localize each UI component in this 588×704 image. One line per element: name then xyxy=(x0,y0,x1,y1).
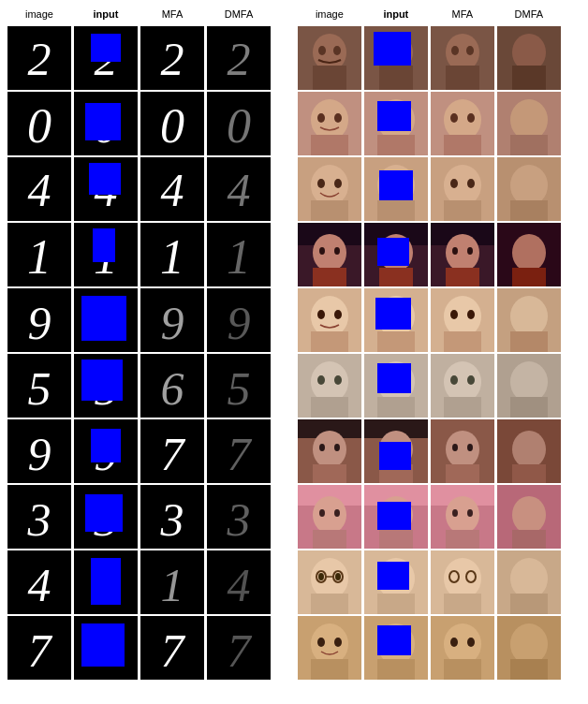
svg-text:7: 7 xyxy=(28,624,53,677)
blue-mask-0 xyxy=(91,34,121,62)
svg-text:2: 2 xyxy=(161,33,184,85)
svg-text:7: 7 xyxy=(228,624,253,677)
svg-rect-131 xyxy=(313,268,346,286)
svg-rect-182 xyxy=(313,464,346,483)
svg-point-107 xyxy=(450,113,458,123)
svg-rect-141 xyxy=(446,268,479,286)
svg-rect-210 xyxy=(446,530,479,549)
svg-point-212 xyxy=(467,509,473,517)
svg-text:9: 9 xyxy=(161,297,184,349)
face-row-8 xyxy=(298,550,581,614)
svg-text:3: 3 xyxy=(27,493,51,546)
face-input-1 xyxy=(364,92,428,155)
svg-text:5: 5 xyxy=(28,362,51,415)
svg-rect-250 xyxy=(510,659,548,680)
face-image-3 xyxy=(298,223,361,286)
svg-rect-90 xyxy=(446,66,479,90)
blue-mask-2 xyxy=(89,163,121,195)
face-mfa-6 xyxy=(431,419,494,483)
svg-text:2: 2 xyxy=(28,33,51,85)
svg-rect-146 xyxy=(512,268,546,286)
svg-point-108 xyxy=(467,113,475,123)
svg-point-236 xyxy=(311,623,348,665)
digit-input-1: 0 xyxy=(74,92,138,155)
svg-point-201 xyxy=(319,509,325,517)
digit-input-3: 1 xyxy=(74,223,138,286)
svg-rect-173 xyxy=(444,397,481,418)
svg-point-222 xyxy=(335,573,341,580)
face-image-1 xyxy=(298,92,361,155)
svg-text:1: 1 xyxy=(227,230,251,284)
svg-rect-162 xyxy=(510,331,548,352)
face-dmfa-7 xyxy=(497,485,561,549)
digit-mfa-8: 1 xyxy=(140,550,204,614)
svg-rect-215 xyxy=(512,530,546,549)
left-header-mfa: MFA xyxy=(140,8,204,20)
svg-point-99 xyxy=(317,113,325,123)
right-header-row: image input MFA DMFA xyxy=(298,4,581,24)
digit-dmfa-6: 7 xyxy=(207,419,271,483)
digit-input-7: 3 xyxy=(74,485,138,549)
face-input-7 xyxy=(364,485,428,549)
digit-input-4: 9 xyxy=(74,288,138,352)
face-input-2 xyxy=(364,157,428,221)
right-header-dmfa: DMFA xyxy=(497,8,561,20)
svg-text:1: 1 xyxy=(160,230,184,284)
digit-image-7: 3 xyxy=(7,485,71,549)
svg-text:2: 2 xyxy=(228,33,251,85)
blue-mask-3 xyxy=(93,228,115,262)
face-row-7 xyxy=(298,485,581,549)
svg-rect-103 xyxy=(377,135,415,155)
face-blue-mask-2 xyxy=(379,170,413,200)
svg-rect-106 xyxy=(444,135,481,155)
svg-rect-119 xyxy=(377,200,415,221)
svg-point-150 xyxy=(317,310,325,319)
svg-text:4: 4 xyxy=(161,164,184,216)
svg-point-105 xyxy=(444,99,481,140)
face-mfa-7 xyxy=(431,485,494,549)
svg-rect-122 xyxy=(444,200,481,221)
svg-rect-111 xyxy=(510,135,548,155)
svg-point-161 xyxy=(510,296,548,337)
blue-mask-7 xyxy=(85,494,123,532)
svg-point-110 xyxy=(510,99,548,140)
svg-point-91 xyxy=(451,46,459,55)
svg-point-249 xyxy=(510,623,548,665)
digit-input-0: 2 xyxy=(74,26,138,90)
svg-rect-95 xyxy=(512,66,546,90)
svg-text:0: 0 xyxy=(27,99,51,153)
svg-point-151 xyxy=(334,310,342,319)
svg-rect-114 xyxy=(311,200,348,221)
right-header-mfa: MFA xyxy=(431,8,494,20)
svg-text:0: 0 xyxy=(160,99,184,153)
svg-point-239 xyxy=(334,638,342,647)
digit-row-3: 1 1 1 1 xyxy=(7,223,290,286)
svg-rect-206 xyxy=(379,530,413,549)
face-image-7 xyxy=(298,485,361,549)
svg-rect-218 xyxy=(311,594,348,614)
face-mfa-9 xyxy=(431,616,494,680)
face-mfa-4 xyxy=(431,288,494,352)
face-row-5 xyxy=(298,354,581,418)
svg-point-193 xyxy=(467,444,473,451)
face-mfa-5 xyxy=(431,354,494,418)
svg-text:9: 9 xyxy=(28,297,51,349)
digit-dmfa-8: 4 xyxy=(207,550,271,614)
svg-point-124 xyxy=(467,179,475,188)
face-input-6 xyxy=(364,419,428,483)
digit-row-1: 0 0 0 0 xyxy=(7,92,290,155)
digit-input-6: 9 xyxy=(74,419,138,483)
right-header-image: image xyxy=(298,8,361,20)
svg-text:5: 5 xyxy=(228,362,251,415)
face-blue-mask-5 xyxy=(377,363,411,393)
svg-text:0: 0 xyxy=(227,99,251,153)
face-input-8 xyxy=(364,550,428,614)
svg-rect-200 xyxy=(313,530,346,549)
face-blue-mask-7 xyxy=(377,502,411,530)
svg-point-181 xyxy=(313,431,346,468)
svg-point-164 xyxy=(311,361,348,403)
svg-rect-165 xyxy=(311,397,348,418)
digit-mfa-7: 3 xyxy=(140,485,204,549)
digit-dmfa-0: 2 xyxy=(207,26,271,90)
digit-input-5: 5 xyxy=(74,354,138,418)
